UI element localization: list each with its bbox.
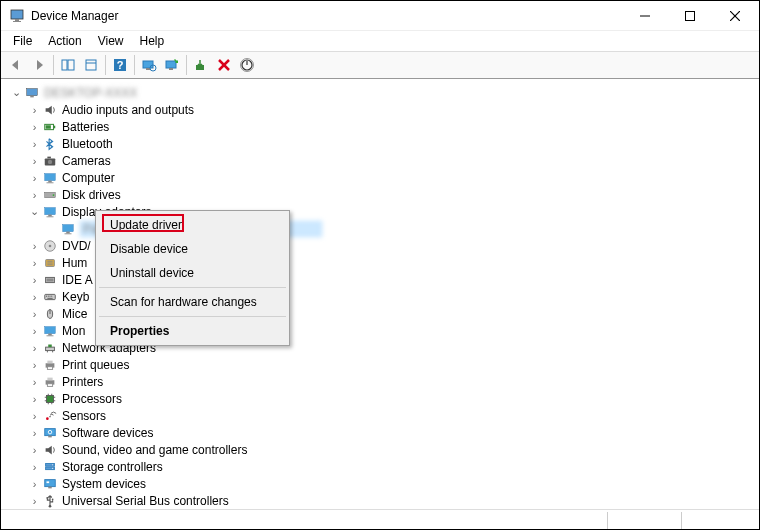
update-driver-button[interactable] (161, 54, 183, 76)
expand-icon[interactable]: › (27, 391, 42, 406)
tree-item-label: DVD/ (62, 239, 91, 253)
svg-rect-48 (46, 277, 55, 282)
tree-root[interactable]: ⌄ DESKTOP-XXXX (9, 84, 755, 101)
svg-rect-82 (45, 428, 56, 435)
ctx-disable-device[interactable]: Disable device (98, 237, 287, 261)
tree-item[interactable]: ›Printers (9, 373, 755, 390)
tree-item[interactable]: ›Bluetooth (9, 135, 755, 152)
monitor-icon (42, 171, 58, 185)
ctx-uninstall-device[interactable]: Uninstall device (98, 261, 287, 285)
expand-icon[interactable]: › (27, 136, 42, 151)
tree-item[interactable]: ›Batteries (9, 118, 755, 135)
expand-icon[interactable]: › (27, 272, 42, 287)
svg-point-29 (48, 159, 52, 163)
ctx-separator (99, 316, 286, 317)
minimize-button[interactable] (622, 2, 667, 30)
close-button[interactable] (712, 2, 757, 30)
tree-item[interactable]: ›System devices (9, 475, 755, 492)
tree-item[interactable]: ›Storage controllers (9, 458, 755, 475)
tree-item[interactable]: ›Sound, video and game controllers (9, 441, 755, 458)
svg-rect-56 (47, 297, 52, 298)
menu-file[interactable]: File (5, 32, 40, 50)
expand-icon[interactable]: › (27, 476, 42, 491)
tree-item-label: Universal Serial Bus controllers (62, 494, 229, 508)
ctx-scan-hardware[interactable]: Scan for hardware changes (98, 290, 287, 314)
svg-point-87 (52, 464, 53, 465)
maximize-button[interactable] (667, 2, 712, 30)
tree-item[interactable]: ›Universal Serial Bus controllers (9, 492, 755, 509)
window-controls (622, 2, 757, 30)
svg-point-81 (46, 417, 49, 420)
enable-device-button[interactable] (190, 54, 212, 76)
expand-icon[interactable]: › (27, 357, 42, 372)
ctx-properties[interactable]: Properties (98, 319, 287, 343)
svg-point-55 (51, 295, 52, 296)
computer-icon (24, 86, 40, 100)
svg-rect-2 (13, 21, 21, 22)
tree-item[interactable]: ›Audio inputs and outputs (9, 101, 755, 118)
tree-item-label: Audio inputs and outputs (62, 103, 194, 117)
svg-point-53 (48, 295, 49, 296)
svg-point-94 (52, 498, 54, 500)
tree-item[interactable]: ›Disk drives (9, 186, 755, 203)
ctx-update-driver[interactable]: Update driver (98, 213, 287, 237)
help-button[interactable]: ? (109, 54, 131, 76)
storage-icon (42, 460, 58, 474)
svg-rect-41 (65, 233, 72, 234)
properties-button[interactable] (80, 54, 102, 76)
context-menu: Update driver Disable device Uninstall d… (95, 210, 290, 346)
tree-item-label: Cameras (62, 154, 111, 168)
expand-icon[interactable]: › (27, 255, 42, 270)
menu-action[interactable]: Action (40, 32, 89, 50)
cpu-icon (42, 392, 58, 406)
expand-icon[interactable]: ⌄ (27, 204, 42, 219)
tree-item[interactable]: ›Processors (9, 390, 755, 407)
svg-rect-26 (54, 125, 56, 128)
expand-icon[interactable]: › (27, 102, 42, 117)
forward-button[interactable] (28, 54, 50, 76)
tree-item[interactable]: ›Sensors (9, 407, 755, 424)
svg-rect-17 (169, 68, 173, 70)
svg-rect-0 (11, 10, 23, 19)
expand-icon[interactable]: › (27, 238, 42, 253)
expand-icon[interactable]: › (27, 170, 42, 185)
tree-item-label: System devices (62, 477, 146, 491)
expand-icon[interactable]: › (27, 374, 42, 389)
network-icon (42, 341, 58, 355)
expand-icon[interactable]: › (27, 306, 42, 321)
back-button[interactable] (5, 54, 27, 76)
expand-icon[interactable]: › (27, 425, 42, 440)
expand-icon[interactable]: › (27, 408, 42, 423)
expand-icon[interactable]: › (27, 459, 42, 474)
tree-item[interactable]: ›Software devices (9, 424, 755, 441)
tree-item[interactable]: ›Computer (9, 169, 755, 186)
tree-item-label: Sound, video and game controllers (62, 443, 247, 457)
svg-rect-9 (86, 60, 96, 70)
expand-icon[interactable]: › (27, 153, 42, 168)
expand-icon[interactable]: › (27, 187, 42, 202)
svg-rect-39 (63, 224, 74, 231)
menu-help[interactable]: Help (132, 32, 173, 50)
uninstall-device-button[interactable] (213, 54, 235, 76)
expand-icon[interactable]: › (27, 119, 42, 134)
expand-icon[interactable]: › (27, 442, 42, 457)
expand-icon[interactable]: › (27, 493, 42, 508)
svg-rect-90 (47, 481, 50, 483)
app-icon (9, 8, 25, 24)
disable-device-button[interactable] (236, 54, 258, 76)
scan-hardware-button[interactable] (138, 54, 160, 76)
tree-item[interactable]: ›Cameras (9, 152, 755, 169)
device-tree-pane[interactable]: ⌄ DESKTOP-XXXX ›Audio inputs and outputs… (1, 79, 759, 509)
show-hide-tree-button[interactable] (57, 54, 79, 76)
collapse-icon[interactable]: ⌄ (9, 85, 24, 100)
expand-icon[interactable]: › (27, 289, 42, 304)
tree-item-label: Batteries (62, 120, 109, 134)
tree-item[interactable]: ›Print queues (9, 356, 755, 373)
toolbar: ? (1, 51, 759, 79)
expand-icon[interactable]: › (27, 323, 42, 338)
svg-rect-30 (47, 156, 51, 158)
menu-view[interactable]: View (90, 32, 132, 50)
expand-icon[interactable]: › (27, 340, 42, 355)
tree-item-label: IDE A (62, 273, 93, 287)
monitor-icon (42, 205, 58, 219)
